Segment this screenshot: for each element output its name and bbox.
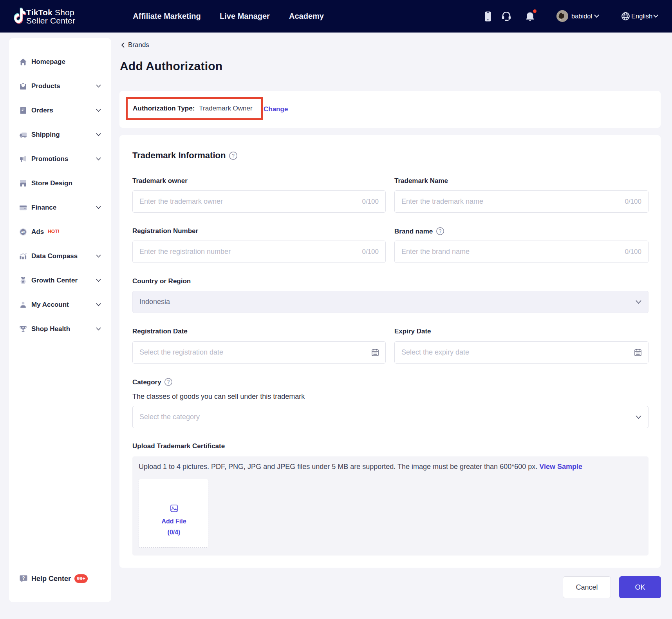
svg-text:?: ? — [232, 153, 235, 159]
svg-text:?: ? — [22, 576, 25, 581]
svg-text:AD: AD — [21, 230, 25, 234]
svg-text:?: ? — [167, 379, 170, 385]
svg-text:?: ? — [439, 228, 442, 234]
